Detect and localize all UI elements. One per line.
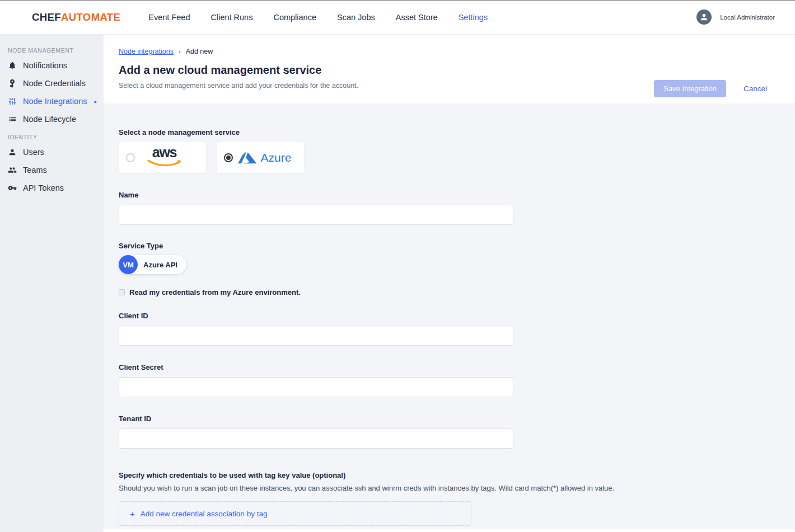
user-menu[interactable]: Local Administrator <box>696 10 775 25</box>
list-icon <box>8 115 17 124</box>
provider-cards: aws Azure <box>119 142 795 173</box>
sidebar-item-node-integrations[interactable]: Node Integrations ▸ <box>0 92 104 110</box>
read-credentials-checkbox-row[interactable]: Read my credentials from my Azure enviro… <box>119 288 795 296</box>
sidebar-item-label: Node Integrations <box>23 97 87 106</box>
read-credentials-label: Read my credentials from my Azure enviro… <box>129 288 301 296</box>
sidebar-section-node-management: NODE MANAGEMENT <box>0 41 104 57</box>
azure-mark-icon <box>238 150 257 165</box>
vm-badge: VM <box>119 255 138 274</box>
nav-client-runs[interactable]: Client Runs <box>211 13 252 22</box>
name-label: Name <box>119 191 138 199</box>
sidebar-item-label: Node Lifecycle <box>23 115 76 124</box>
add-credential-association-label: Add new credential association by tag <box>141 510 268 518</box>
page-header: Node integrations › Add new Add a new cl… <box>104 35 795 103</box>
tenant-id-label: Tenant ID <box>119 415 151 423</box>
service-type-option-label: Azure API <box>143 261 177 269</box>
cancel-button[interactable]: Cancel <box>743 84 767 93</box>
tag-credentials-description: Should you wish to run a scan job on the… <box>119 484 795 492</box>
people-icon <box>8 166 17 175</box>
key-horizontal-icon <box>8 183 17 192</box>
save-integration-button[interactable]: Save Integration <box>654 80 726 97</box>
service-type-label: Service Type <box>119 242 795 250</box>
breadcrumb-current: Add new <box>186 48 213 55</box>
sidebar-item-users[interactable]: Users <box>0 143 104 161</box>
sliders-icon <box>8 97 17 106</box>
add-credential-association-link: + Add new credential association by tag <box>130 510 267 518</box>
breadcrumb-separator-icon: › <box>179 48 181 55</box>
plus-icon: + <box>130 510 135 518</box>
nav-settings[interactable]: Settings <box>459 13 488 22</box>
provider-card-azure[interactable]: Azure <box>217 142 304 173</box>
client-id-input[interactable] <box>119 326 513 346</box>
azure-logo: Azure <box>238 150 300 165</box>
main-nav: Event Feed Client Runs Compliance Scan J… <box>148 13 488 22</box>
sidebar-item-label: API Tokens <box>23 183 64 192</box>
sidebar-item-teams[interactable]: Teams <box>0 161 104 179</box>
breadcrumb-node-integrations-link[interactable]: Node integrations <box>119 48 174 55</box>
aws-logo: aws <box>147 147 194 168</box>
page-actions: Save Integration Cancel <box>654 80 767 97</box>
provider-card-aws[interactable]: aws <box>119 142 206 173</box>
main-panel: Node integrations › Add new Add a new cl… <box>104 35 795 532</box>
client-secret-input[interactable] <box>119 377 513 397</box>
sidebar-item-node-lifecycle[interactable]: Node Lifecycle <box>0 110 104 128</box>
sidebar-item-label: Node Credentials <box>23 79 86 88</box>
service-select-label: Select a node management service <box>119 128 795 136</box>
window-top-edge <box>0 0 795 1</box>
client-secret-label: Client Secret <box>119 363 163 371</box>
read-credentials-checkbox[interactable] <box>119 289 125 295</box>
sidebar-item-api-tokens[interactable]: API Tokens <box>0 179 104 197</box>
add-credential-association-button[interactable]: + Add new credential association by tag <box>119 501 471 526</box>
sidebar-section-identity: IDENTITY <box>0 128 104 143</box>
username-label: Local Administrator <box>720 14 775 21</box>
key-icon <box>8 79 17 88</box>
chef-automate-logo[interactable]: CHEFAUTOMATE <box>32 11 120 23</box>
sidebar-item-label: Users <box>23 148 44 157</box>
aws-swoosh-icon <box>147 159 182 167</box>
azure-logo-text: Azure <box>261 151 292 164</box>
chevron-right-icon: ▸ <box>94 98 97 105</box>
tag-credentials-section: Specify which credentials to be used wit… <box>119 471 795 526</box>
person-icon <box>699 12 709 22</box>
logo-automate-text: AUTOMATE <box>61 11 120 23</box>
tenant-id-input[interactable] <box>119 429 513 449</box>
nav-event-feed[interactable]: Event Feed <box>148 13 190 22</box>
bell-icon <box>8 61 17 70</box>
logo-chef-text: CHEF <box>32 11 61 23</box>
nav-asset-store[interactable]: Asset Store <box>396 13 438 22</box>
tag-credentials-title: Specify which credentials to be used wit… <box>119 471 795 479</box>
top-navigation-bar: CHEFAUTOMATE Event Feed Client Runs Comp… <box>0 0 795 35</box>
integration-form: Select a node management service aws Azu… <box>104 103 795 529</box>
person-icon <box>8 148 17 157</box>
aws-radio[interactable] <box>126 153 135 162</box>
avatar[interactable] <box>696 10 712 25</box>
page-title: Add a new cloud management service <box>119 64 795 77</box>
name-input[interactable] <box>119 205 513 225</box>
sidebar-item-label: Teams <box>23 166 47 175</box>
nav-scan-jobs[interactable]: Scan Jobs <box>337 13 375 22</box>
service-type-option-azure-api[interactable]: VM Azure API <box>119 255 186 274</box>
client-id-label: Client ID <box>119 312 148 320</box>
breadcrumb: Node integrations › Add new <box>119 48 795 55</box>
settings-sidebar: NODE MANAGEMENT Notifications Node Crede… <box>0 35 104 532</box>
aws-logo-text: aws <box>147 147 182 158</box>
azure-radio[interactable] <box>224 153 233 162</box>
sidebar-item-node-credentials[interactable]: Node Credentials <box>0 74 104 92</box>
nav-compliance[interactable]: Compliance <box>273 13 316 22</box>
sidebar-item-label: Notifications <box>23 61 67 70</box>
sidebar-item-notifications[interactable]: Notifications <box>0 57 104 74</box>
